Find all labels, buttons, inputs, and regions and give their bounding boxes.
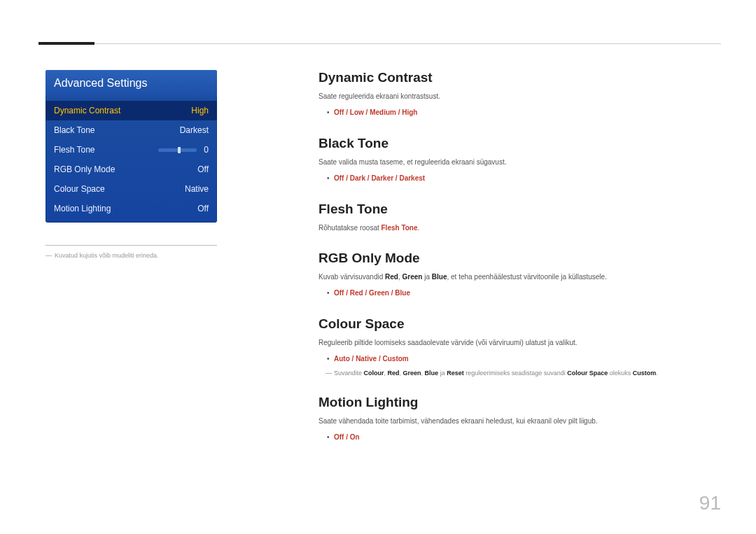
opts-colour-space: Auto / Native / Custom	[327, 353, 721, 365]
heading-black-tone: Black Tone	[318, 136, 721, 151]
section-colour-space: Colour Space Reguleerib piltide loomisek…	[318, 316, 721, 378]
osd-value-wrap: Off	[197, 204, 209, 213]
osd-value-wrap: Native	[185, 184, 209, 194]
note-rule	[46, 245, 217, 246]
opts-rgb-only-mode: Off / Red / Green / Blue	[327, 287, 721, 300]
osd-row[interactable]: Dynamic ContrastHigh	[46, 101, 217, 120]
slider[interactable]	[158, 148, 197, 152]
osd-row[interactable]: Flesh Tone0	[46, 140, 217, 160]
osd-value: High	[191, 106, 209, 115]
section-flesh-tone: Flesh Tone Rõhutatakse roosat Flesh Tone…	[318, 202, 721, 234]
desc-colour-space: Reguleerib piltide loomiseks saadaolevat…	[318, 337, 721, 349]
section-dynamic-contrast: Dynamic Contrast Saate reguleerida ekraa…	[318, 70, 721, 119]
osd-value: Native	[185, 184, 209, 194]
osd-value: Off	[197, 164, 209, 174]
osd-row[interactable]: Black ToneDarkest	[46, 120, 217, 140]
osd-title: Advanced Settings	[46, 70, 217, 97]
right-column: Dynamic Contrast Saate reguleerida ekraa…	[318, 70, 721, 461]
osd-label: Black Tone	[54, 125, 94, 135]
header-accent	[38, 42, 94, 45]
opts-dynamic-contrast: Off / Low / Medium / High	[327, 106, 721, 119]
opts-black-tone: Off / Dark / Darker / Darkest	[327, 172, 721, 185]
heading-rgb-only-mode: RGB Only Mode	[318, 251, 721, 266]
subnote-colour-space: Suvandite Colour, Red, Green, Blue ja Re…	[318, 368, 721, 378]
osd-row[interactable]: Colour SpaceNative	[46, 179, 217, 199]
osd-label: Dynamic Contrast	[54, 106, 120, 115]
osd-row[interactable]: RGB Only ModeOff	[46, 160, 217, 179]
osd-panel: Advanced Settings Dynamic ContrastHighBl…	[46, 70, 217, 223]
osd-value-wrap: Darkest	[180, 125, 209, 135]
osd-label: Colour Space	[54, 184, 105, 194]
osd-value-wrap: 0	[158, 145, 209, 155]
opts-motion-lighting: Off / On	[327, 431, 721, 444]
content: Advanced Settings Dynamic ContrastHighBl…	[46, 70, 721, 461]
section-black-tone: Black Tone Saate valida musta taseme, et…	[318, 136, 721, 185]
heading-flesh-tone: Flesh Tone	[318, 202, 721, 217]
desc-rgb-only-mode: Kuvab värvisuvandid Red, Green ja Blue, …	[318, 272, 721, 283]
heading-motion-lighting: Motion Lighting	[318, 395, 721, 410]
osd-value: 0	[204, 145, 209, 155]
osd-label: Flesh Tone	[54, 145, 94, 155]
desc-dynamic-contrast: Saate reguleerida ekraani kontrastsust.	[318, 91, 721, 102]
section-motion-lighting: Motion Lighting Saate vähendada toite ta…	[318, 395, 721, 444]
header-rule	[46, 43, 721, 44]
osd-label: Motion Lighting	[54, 204, 111, 213]
osd-row[interactable]: Motion LightingOff	[46, 199, 217, 218]
osd-value-wrap: Off	[197, 164, 209, 174]
osd-value: Darkest	[180, 125, 209, 135]
desc-motion-lighting: Saate vähendada toite tarbimist, vähenda…	[318, 416, 721, 427]
page-number: 91	[699, 492, 721, 514]
osd-value-wrap: High	[191, 106, 209, 115]
desc-black-tone: Saate valida musta taseme, et reguleerid…	[318, 157, 721, 168]
heading-dynamic-contrast: Dynamic Contrast	[318, 70, 721, 85]
footnote: ―Kuvatud kujutis võib mudeliti erineda.	[46, 251, 276, 260]
section-rgb-only-mode: RGB Only Mode Kuvab värvisuvandid Red, G…	[318, 251, 721, 300]
heading-colour-space: Colour Space	[318, 316, 721, 332]
left-column: Advanced Settings Dynamic ContrastHighBl…	[46, 70, 276, 461]
osd-label: RGB Only Mode	[54, 164, 115, 174]
desc-flesh-tone: Rõhutatakse roosat Flesh Tone.	[318, 223, 721, 234]
osd-value: Off	[197, 204, 209, 213]
